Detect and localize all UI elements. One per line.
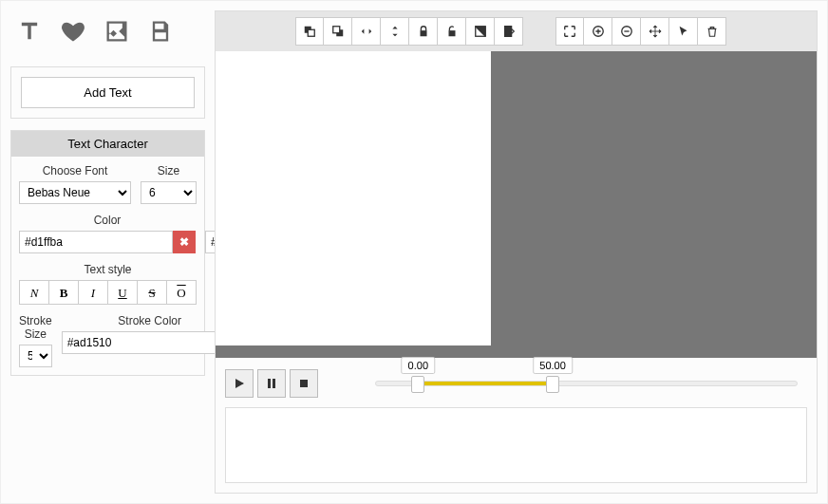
svg-rect-10 xyxy=(273,379,275,388)
style-underline-button[interactable]: U xyxy=(108,280,138,305)
slider-end-tip: 50.00 xyxy=(533,357,573,374)
play-button[interactable] xyxy=(225,369,254,398)
style-italic-button[interactable]: I xyxy=(79,280,108,305)
text-character-panel: Text Character Choose Font Bebas Neue Si… xyxy=(10,130,205,376)
select-button[interactable] xyxy=(669,17,698,46)
size-select[interactable]: 6 xyxy=(141,181,197,204)
slider-start-handle[interactable] xyxy=(411,376,424,393)
textstyle-label: Text style xyxy=(19,263,197,276)
size-label: Size xyxy=(141,164,197,177)
add-button[interactable] xyxy=(584,17,612,46)
style-strike-button[interactable]: S xyxy=(138,280,167,305)
canvas[interactable] xyxy=(216,51,491,345)
canvas-toolbar xyxy=(216,11,817,51)
slider-end-handle[interactable] xyxy=(546,376,559,393)
color-clear-button[interactable]: ✖ xyxy=(173,231,196,253)
font-label: Choose Font xyxy=(19,164,131,177)
svg-rect-3 xyxy=(332,27,339,33)
save-icon[interactable] xyxy=(147,18,174,47)
flip-v-button[interactable] xyxy=(381,17,409,46)
panel-title: Text Character xyxy=(11,131,204,157)
svg-rect-4 xyxy=(420,30,426,36)
remove-button[interactable] xyxy=(612,17,641,46)
canvas-area[interactable] xyxy=(216,51,817,358)
color-label: Color xyxy=(19,214,196,227)
timeline-slider[interactable]: 0.00 50.00 xyxy=(328,369,807,398)
style-normal-button[interactable]: N xyxy=(19,280,49,305)
delete-button[interactable] xyxy=(698,17,726,46)
style-overline-button[interactable]: O xyxy=(167,280,197,305)
add-text-button[interactable]: Add Text xyxy=(21,77,195,108)
stroke-size-select[interactable]: 5 xyxy=(19,345,52,367)
svg-rect-11 xyxy=(300,380,308,387)
bring-to-front-button[interactable] xyxy=(295,17,324,46)
style-bold-button[interactable]: B xyxy=(49,280,79,305)
slider-start-tip: 0.00 xyxy=(402,357,435,374)
stroke-size-label: Stroke Size xyxy=(19,314,52,341)
image-icon[interactable] xyxy=(104,18,130,47)
heart-icon[interactable] xyxy=(60,18,86,47)
font-select[interactable]: Bebas Neue xyxy=(19,181,131,204)
text-tool-icon[interactable] xyxy=(16,18,43,47)
svg-rect-5 xyxy=(448,30,455,36)
stroke-color-label: Stroke Color xyxy=(62,314,238,327)
clip-button[interactable] xyxy=(495,17,523,46)
svg-rect-9 xyxy=(268,379,271,388)
timeline-panel xyxy=(225,407,807,483)
move-button[interactable] xyxy=(641,17,669,46)
svg-rect-1 xyxy=(308,29,314,36)
color-input[interactable] xyxy=(19,231,173,253)
send-to-back-button[interactable] xyxy=(324,17,352,46)
pause-button[interactable] xyxy=(257,369,286,398)
mask-button[interactable] xyxy=(466,17,495,46)
stroke-color-input[interactable] xyxy=(62,331,216,354)
flip-h-button[interactable] xyxy=(352,17,381,46)
stop-button[interactable] xyxy=(290,369,318,398)
lock-button[interactable] xyxy=(409,17,438,46)
fullscreen-button[interactable] xyxy=(555,17,584,46)
unlock-button[interactable] xyxy=(438,17,466,46)
